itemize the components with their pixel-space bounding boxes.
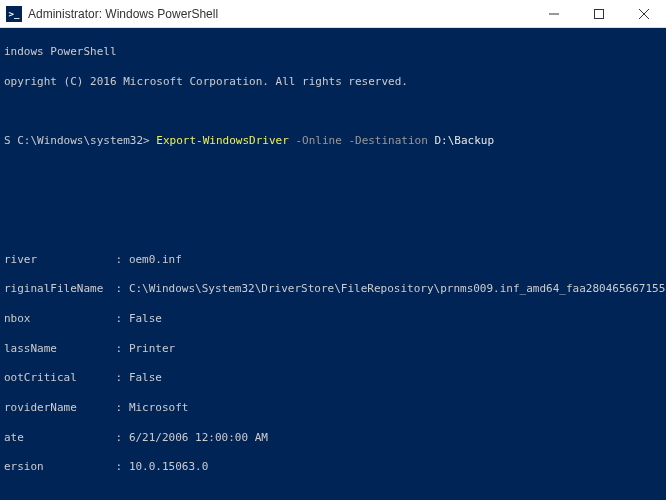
powershell-icon: >_ bbox=[6, 6, 22, 22]
window-title: Administrator: Windows PowerShell bbox=[28, 7, 531, 21]
copyright-line: opyright (C) 2016 Microsoft Corporation.… bbox=[4, 75, 666, 90]
cmdlet-name: Export-WindowsDriver bbox=[156, 134, 288, 147]
driver-field: ootCritical : False bbox=[4, 371, 666, 386]
svg-rect-1 bbox=[594, 9, 603, 18]
console-area[interactable]: indows PowerShell opyright (C) 2016 Micr… bbox=[0, 28, 666, 500]
minimize-button[interactable] bbox=[531, 0, 576, 28]
driver-field: roviderName : Microsoft bbox=[4, 401, 666, 416]
close-button[interactable] bbox=[621, 0, 666, 28]
header-line: indows PowerShell bbox=[4, 45, 666, 60]
prompt-line: S C:\Windows\system32> Export-WindowsDri… bbox=[4, 134, 666, 149]
driver-field: riginalFileName : C:\Windows\System32\Dr… bbox=[4, 282, 666, 297]
destination-path: D:\Backup bbox=[434, 134, 494, 147]
driver-field: river : oem0.inf bbox=[4, 253, 666, 268]
driver-field: ersion : 10.0.15063.0 bbox=[4, 460, 666, 475]
driver-field: nbox : False bbox=[4, 312, 666, 327]
driver-field: lassName : Printer bbox=[4, 342, 666, 357]
driver-field: ate : 6/21/2006 12:00:00 AM bbox=[4, 431, 666, 446]
window-titlebar: >_ Administrator: Windows PowerShell bbox=[0, 0, 666, 28]
cmdlet-params: -Online -Destination bbox=[289, 134, 435, 147]
maximize-button[interactable] bbox=[576, 0, 621, 28]
